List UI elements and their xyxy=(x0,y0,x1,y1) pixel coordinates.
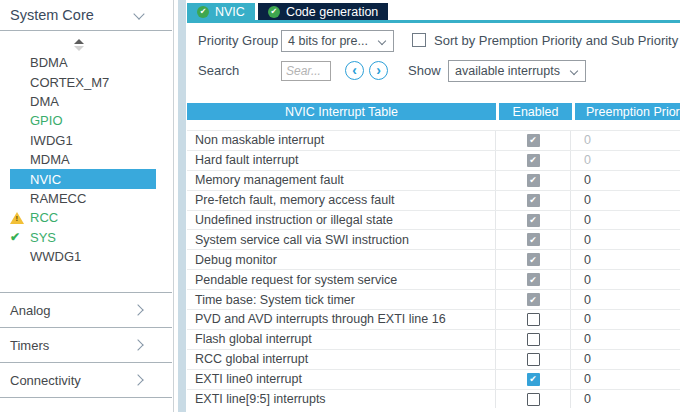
preemption-priority-value[interactable]: 0 xyxy=(571,312,680,326)
table-row: Undefined instruction or illegal state✔0 xyxy=(187,210,680,230)
sidebar-item-rcc[interactable]: RCC xyxy=(10,208,156,227)
sort-checkbox-label: Sort by Premption Priority and Sub Prior… xyxy=(434,33,678,48)
search-prev-button[interactable]: ‹ xyxy=(345,61,364,80)
table-row: Time base: System tick timer✔0 xyxy=(187,289,680,309)
enabled-cell: ✔ xyxy=(496,370,571,389)
preemption-priority-value[interactable]: 0 xyxy=(571,293,680,307)
enabled-checkbox: ✔ xyxy=(527,174,540,187)
enabled-checkbox: ✔ xyxy=(527,233,540,246)
header-nvic-interrupt-table[interactable]: NVIC Interrupt Table xyxy=(187,103,496,120)
table-row: EXTI line[9:5] interrupts0 xyxy=(187,389,680,409)
enabled-cell: ✔ xyxy=(496,171,571,190)
chevron-down-icon[interactable] xyxy=(133,8,144,19)
table-row: EXTI line0 interrupt✔0 xyxy=(187,369,680,389)
preemption-priority-value[interactable]: 0 xyxy=(571,193,680,207)
sidebar-section-analog[interactable]: Analog xyxy=(0,292,172,327)
header-preemption-priority[interactable]: Preemption Priority xyxy=(575,103,680,120)
enabled-cell: ✔ xyxy=(496,270,571,289)
priority-group-label: Priority Group xyxy=(198,33,278,48)
priority-group-value: 4 bits for pre... xyxy=(288,34,368,48)
preemption-priority-value: 0 xyxy=(571,153,680,167)
interrupt-name: Undefined instruction or illegal state xyxy=(187,211,496,230)
enabled-checkbox[interactable] xyxy=(527,333,540,346)
table-row: Pendable request for system service✔0 xyxy=(187,269,680,289)
priority-group-dropdown[interactable]: 4 bits for pre... xyxy=(281,30,394,52)
table-row: PVD and AVD interrupts through EXTI line… xyxy=(187,309,680,329)
sidebar-item-wwdg1[interactable]: WWDG1 xyxy=(10,247,156,266)
chevron-down-icon xyxy=(570,67,578,75)
chevron-right-icon xyxy=(132,339,143,350)
search-label: Search xyxy=(198,63,239,78)
preemption-priority-value[interactable]: 0 xyxy=(571,173,680,187)
chevron-right-icon xyxy=(132,304,143,315)
enabled-checkbox: ✔ xyxy=(527,134,540,147)
show-dropdown[interactable]: available interrupts xyxy=(448,60,586,82)
sidebar-item-bdma[interactable]: BDMA xyxy=(10,53,156,72)
table-row: Pre-fetch fault, memory access fault✔0 xyxy=(187,190,680,210)
sidebar-item-sys[interactable]: ✔SYS xyxy=(10,228,156,247)
main-panel: ✔NVIC✔Code generation Priority Group 4 b… xyxy=(187,0,680,412)
preemption-priority-value[interactable]: 0 xyxy=(571,352,680,366)
section-label: Connectivity xyxy=(10,373,81,388)
sidebar-item-ramecc[interactable]: RAMECC xyxy=(10,189,156,208)
enabled-checkbox: ✔ xyxy=(527,253,540,266)
preemption-priority-value[interactable]: 0 xyxy=(571,233,680,247)
enabled-checkbox: ✔ xyxy=(527,194,540,207)
interrupt-name: PVD and AVD interrupts through EXTI line… xyxy=(187,310,496,329)
search-next-button[interactable]: › xyxy=(369,61,388,80)
search-input[interactable] xyxy=(281,61,331,81)
sidebar-item-nvic[interactable]: NVIC xyxy=(10,169,156,188)
sidebar-item-gpio[interactable]: GPIO xyxy=(10,111,156,130)
interrupt-name: Time base: System tick timer xyxy=(187,290,496,309)
check-icon: ✔ xyxy=(10,230,25,244)
sidebar-section-timers[interactable]: Timers xyxy=(0,327,172,362)
enabled-checkbox[interactable] xyxy=(527,393,540,406)
sidebar-item-cortex_m7[interactable]: CORTEX_M7 xyxy=(10,72,156,91)
tab-code-generation[interactable]: ✔Code generation xyxy=(258,3,388,20)
sidebar-item-label: CORTEX_M7 xyxy=(30,75,109,90)
table-row: Memory management fault✔0 xyxy=(187,170,680,190)
interrupt-name: Debug monitor xyxy=(187,250,496,269)
sidebar-section-connectivity[interactable]: Connectivity xyxy=(0,362,172,397)
tab-nvic[interactable]: ✔NVIC xyxy=(187,3,255,20)
interrupt-name: Flash global interrupt xyxy=(187,330,496,349)
sidebar-section-title[interactable]: System Core xyxy=(10,7,94,23)
sort-checkbox[interactable] xyxy=(412,33,426,47)
interrupt-table-body: Non maskable interrupt✔0Hard fault inter… xyxy=(187,130,680,412)
preemption-priority-value[interactable]: 0 xyxy=(571,392,680,406)
interrupt-name: EXTI line0 interrupt xyxy=(187,370,496,389)
tab-label: Code generation xyxy=(286,5,378,19)
section-label: Timers xyxy=(10,338,49,353)
sidebar-item-label: WWDG1 xyxy=(30,249,81,264)
enabled-checkbox: ✔ xyxy=(527,293,540,306)
sidebar-item-dma[interactable]: DMA xyxy=(10,92,156,111)
enabled-checkbox[interactable] xyxy=(527,313,540,326)
sidebar: System Core BDMACORTEX_M7DMAGPIOIWDG1MDM… xyxy=(0,0,174,412)
preemption-priority-value[interactable]: 0 xyxy=(571,253,680,267)
preemption-priority-value[interactable]: 0 xyxy=(571,372,680,386)
check-circle-icon: ✔ xyxy=(197,6,209,18)
panel-splitter[interactable] xyxy=(178,0,186,412)
preemption-priority-value[interactable]: 0 xyxy=(571,213,680,227)
interrupt-name: System service call via SWI instruction xyxy=(187,230,496,249)
enabled-cell: ✔ xyxy=(496,250,571,269)
sidebar-item-label: RAMECC xyxy=(30,191,86,206)
table-header: NVIC Interrupt Table Enabled Preemption … xyxy=(187,103,680,120)
show-label: Show xyxy=(408,63,441,78)
interrupt-name: EXTI line[9:5] interrupts xyxy=(187,390,496,409)
sidebar-item-mdma[interactable]: MDMA xyxy=(10,150,156,169)
enabled-checkbox: ✔ xyxy=(527,214,540,227)
sidebar-item-iwdg1[interactable]: IWDG1 xyxy=(10,131,156,150)
header-enabled[interactable]: Enabled xyxy=(499,103,572,120)
enabled-cell xyxy=(496,350,571,369)
preemption-priority-value[interactable]: 0 xyxy=(571,332,680,346)
enabled-checkbox[interactable]: ✔ xyxy=(527,373,540,386)
preemption-priority-value[interactable]: 0 xyxy=(571,273,680,287)
enabled-cell xyxy=(496,330,571,349)
interrupt-name: Pendable request for system service xyxy=(187,270,496,289)
enabled-checkbox[interactable] xyxy=(527,353,540,366)
tab-bar: ✔NVIC✔Code generation xyxy=(187,3,680,23)
interrupt-name: Pre-fetch fault, memory access fault xyxy=(187,191,496,210)
collapse-sort-icon[interactable] xyxy=(74,39,86,51)
preemption-priority-value: 0 xyxy=(571,133,680,147)
